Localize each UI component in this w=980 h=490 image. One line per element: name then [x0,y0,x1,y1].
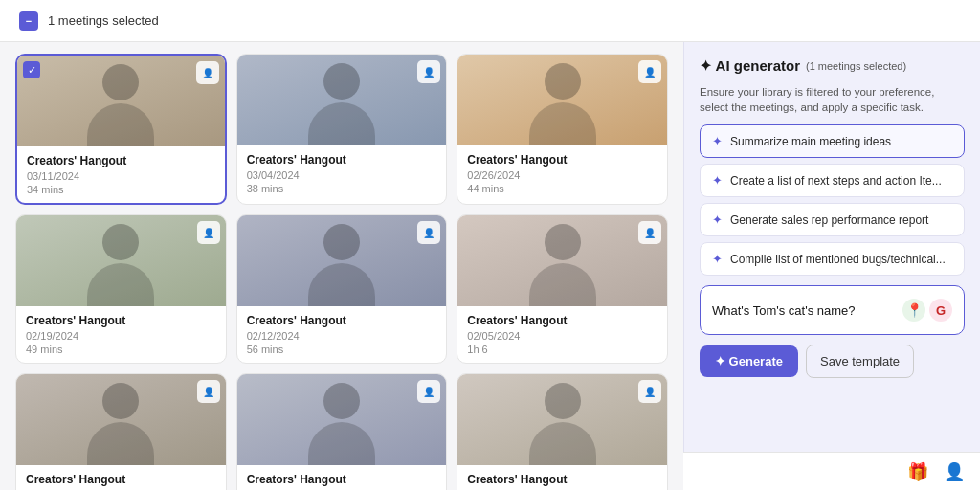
person-body [308,102,375,145]
suggestion-text: Create a list of next steps and action I… [730,174,942,188]
card-duration: 38 mins [247,183,437,194]
meeting-card[interactable]: 👤 Creators' Hangout 01/08/2024 [457,373,668,490]
meeting-card[interactable]: 👤 Creators' Hangout 03/04/2024 38 mins [236,54,448,205]
card-check[interactable]: ✓ [23,61,40,78]
person-shape [308,224,375,306]
card-info: Creators' Hangout 02/19/2024 49 mins [16,306,226,363]
card-duration: 1h 6 [467,344,657,355]
card-thumbnail: 👤 [457,215,667,306]
card-thumbnail: 👤 [237,374,447,465]
person-head [102,383,139,419]
header: − 1 meetings selected [0,0,980,42]
card-title: Creators' Hangout [247,153,437,167]
card-info: Creators' Hangout 01/15/2024 [237,465,447,490]
card-date: 02/12/2024 [247,330,437,342]
person-body [529,263,596,306]
google-icon[interactable]: G [929,299,952,322]
avatar-icon: 👤 [638,60,661,83]
card-title: Creators' Hangout [467,473,657,486]
ai-custom-input[interactable] [712,303,895,318]
ai-suggestions-list: ✦ Summarize main meeting ideas✦ Create a… [700,124,965,276]
person-head [545,63,581,100]
deselect-icon[interactable]: − [19,11,38,31]
card-thumbnail: 👤 [237,215,447,306]
save-template-label: Save template [820,354,900,368]
card-info: Creators' Hangout 02/26/2024 44 mins [457,145,667,202]
person-head [323,224,360,260]
ai-suggestion-item[interactable]: ✦ Compile list of mentioned bugs/technic… [700,242,965,276]
person-body [308,263,375,306]
avatar-icon: 👤 [417,60,440,83]
ai-actions: ✦ Generate Save template [700,345,965,378]
save-template-button[interactable]: Save template [806,345,914,378]
card-info: Creators' Hangout 02/12/2024 56 mins [237,306,447,363]
person-shape [87,224,154,306]
card-title: Creators' Hangout [467,153,657,167]
card-thumbnail: 👤 [16,374,226,465]
card-duration: 44 mins [467,183,657,194]
card-info: Creators' Hangout 03/11/2024 34 mins [17,146,225,203]
person-head [545,383,581,419]
card-date: 02/05/2024 [467,330,657,342]
card-thumbnail: 👤 [237,55,447,145]
card-date: 02/26/2024 [467,169,657,181]
card-date: 02/19/2024 [26,330,216,342]
card-thumbnail: 👤 ✓ [17,56,225,146]
ai-generator-label: ✦ AI generator [700,57,800,75]
person-shape [529,224,596,306]
meeting-card[interactable]: 👤 Creators' Hangout 01/15/2024 [236,373,448,490]
card-title: Creators' Hangout [247,314,437,327]
ai-suggestion-item[interactable]: ✦ Summarize main meeting ideas [700,124,965,158]
suggestion-text: Generate sales rep performance report [730,213,928,227]
ai-panel-title: ✦ AI generator (1 meetings selected) [700,57,965,75]
avatar-icon: 👤 [638,221,661,244]
person-head [323,383,360,419]
bottom-icons-bar: 🎁 👤 [683,452,980,490]
generate-button[interactable]: ✦ Generate [700,345,798,377]
person-head [102,64,139,100]
meeting-card[interactable]: 👤 Creators' Hangout 02/26/2024 44 mins [457,54,668,205]
meeting-card[interactable]: 👤 Creators' Hangout 02/19/2024 49 mins [15,214,227,364]
card-title: Creators' Hangout [27,154,215,167]
card-thumbnail: 👤 [457,55,667,145]
card-duration: 56 mins [247,344,437,355]
spark-icon: ✦ [712,252,723,266]
card-thumbnail: 👤 [457,374,667,465]
person-body [529,422,596,465]
card-title: Creators' Hangout [467,314,657,327]
avatar-icon: 👤 [638,380,661,403]
person-shape [529,63,596,145]
card-title: Creators' Hangout [26,314,216,327]
user-icon[interactable]: 👤 [944,461,965,482]
meeting-card[interactable]: 👤 Creators' Hangout 01/29/2024 [15,373,227,490]
person-body [87,422,154,465]
suggestion-text: Summarize main meeting ideas [730,135,891,148]
location-icon[interactable]: 📍 [902,299,925,322]
person-shape [308,383,375,465]
suggestion-text: Compile list of mentioned bugs/technical… [730,253,946,266]
person-shape [87,383,154,465]
gift-icon[interactable]: 🎁 [907,461,928,482]
avatar-icon: 👤 [197,380,220,403]
meeting-card[interactable]: 👤 Creators' Hangout 02/12/2024 56 mins [236,214,448,364]
ai-input-icons: 📍 G [902,299,952,322]
card-info: Creators' Hangout 03/04/2024 38 mins [237,145,447,202]
avatar-icon: 👤 [417,380,440,403]
meeting-card[interactable]: 👤 ✓ Creators' Hangout 03/11/2024 34 mins [15,54,227,205]
ai-panel-subtitle: Ensure your library is filtered to your … [700,84,965,115]
person-shape [308,63,375,145]
person-head [323,63,360,100]
card-title: Creators' Hangout [26,473,216,486]
ai-panel: ✦ AI generator (1 meetings selected) Ens… [683,42,980,490]
ai-suggestion-item[interactable]: ✦ Create a list of next steps and action… [700,164,965,197]
ai-suggestion-item[interactable]: ✦ Generate sales rep performance report [700,203,965,236]
spark-icon: ✦ [712,173,723,188]
meeting-card[interactable]: 👤 Creators' Hangout 02/05/2024 1h 6 [457,214,668,364]
card-info: Creators' Hangout 01/08/2024 [457,465,667,490]
card-info: Creators' Hangout 01/29/2024 [16,465,226,490]
ai-input-area[interactable]: 📍 G [700,285,965,335]
meetings-grid-area: 👤 ✓ Creators' Hangout 03/11/2024 34 mins… [0,42,683,490]
person-body [87,103,154,146]
avatar-icon: 👤 [196,61,219,84]
meeting-grid: 👤 ✓ Creators' Hangout 03/11/2024 34 mins… [15,54,668,490]
